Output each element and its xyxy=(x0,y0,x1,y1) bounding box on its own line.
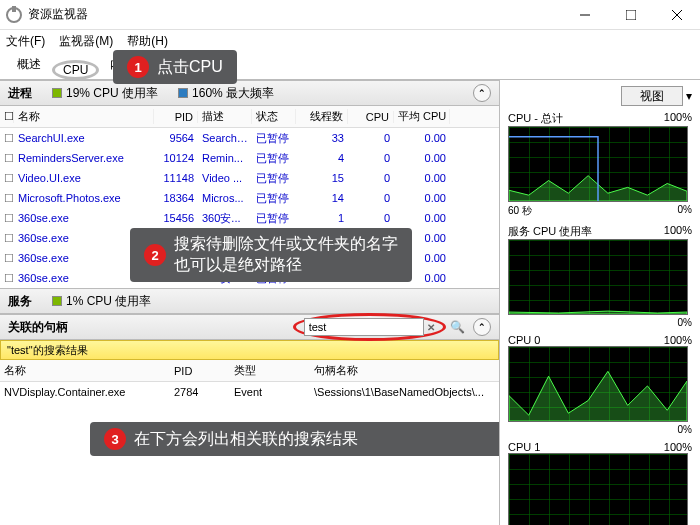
chart-title: CPU 1 xyxy=(508,441,540,453)
proc-threads: 1 xyxy=(296,212,348,224)
processes-header[interactable]: 进程 19% CPU 使用率 160% 最大频率 ⌃ xyxy=(0,80,499,106)
search-highlight: ✕ xyxy=(293,313,446,341)
col-status[interactable]: 状态 xyxy=(252,109,296,124)
svg-rect-1 xyxy=(626,10,636,20)
perf-chart xyxy=(508,239,688,315)
proc-threads: 4 xyxy=(296,152,348,164)
collapse-icon[interactable]: ⌃ xyxy=(473,84,491,102)
handle-row[interactable]: NVDisplay.Container.exe 2784 Event \Sess… xyxy=(0,382,499,402)
process-row[interactable]: ☐ SearchUI.exe 9564 Search ... 已暂停 33 0 … xyxy=(0,128,499,148)
proc-avg: 0.00 xyxy=(394,152,450,164)
proc-name: Video.UI.exe xyxy=(14,172,154,184)
menu-monitor[interactable]: 监视器(M) xyxy=(59,33,113,50)
badge-3: 3 xyxy=(104,428,126,450)
proc-status: 已暂停 xyxy=(252,171,296,186)
handles-search-input[interactable] xyxy=(304,318,424,336)
proc-pid: 18364 xyxy=(154,192,198,204)
proc-avg: 0.00 xyxy=(394,132,450,144)
max-freq-label: 160% 最大频率 xyxy=(192,85,274,102)
handles-title: 关联的句柄 xyxy=(8,319,68,336)
chart-pct: 100% xyxy=(664,224,692,239)
app-icon xyxy=(6,7,22,23)
hcol-hname[interactable]: 句柄名称 xyxy=(310,363,499,378)
handles-columns: 名称 PID 类型 句柄名称 xyxy=(0,360,499,382)
services-cpu-label: 1% CPU 使用率 xyxy=(66,293,151,310)
handles-header[interactable]: 关联的句柄 ✕ 🔍 ⌃ xyxy=(0,314,499,340)
minimize-button[interactable] xyxy=(562,0,608,29)
titlebar: 资源监视器 xyxy=(0,0,700,30)
close-button[interactable] xyxy=(654,0,700,29)
handle-hname: \Sessions\1\BaseNamedObjects\... xyxy=(310,386,499,398)
row-checkbox[interactable]: ☐ xyxy=(0,152,14,165)
row-checkbox[interactable]: ☐ xyxy=(0,192,14,205)
chart-pct: 100% xyxy=(664,111,692,126)
proc-status: 已暂停 xyxy=(252,151,296,166)
chart-pct: 100% xyxy=(664,334,692,346)
perf-chart xyxy=(508,346,688,422)
chart-sub-left: 60 秒 xyxy=(508,204,532,218)
chart-title: CPU 0 xyxy=(508,334,540,346)
annotation-callout-1: 1 点击CPU xyxy=(113,50,237,84)
callout-2-text1: 搜索待删除文件或文件夹的名字 xyxy=(174,234,398,255)
view-button[interactable]: 视图 xyxy=(621,86,683,106)
process-row[interactable]: ☐ 360se.exe 15456 360安... 已暂停 1 0 0.00 xyxy=(0,208,499,228)
annotation-callout-3: 3 在下方会列出相关联的搜索结果 xyxy=(90,422,500,456)
tab-cpu[interactable]: CPU xyxy=(52,60,99,80)
badge-1: 1 xyxy=(127,56,149,78)
chart-title: 服务 CPU 使用率 xyxy=(508,224,592,239)
perf-chart xyxy=(508,126,688,202)
tab-overview[interactable]: 概述 xyxy=(6,51,52,79)
view-dropdown-icon[interactable]: ▾ xyxy=(686,89,692,103)
col-name[interactable]: 名称 xyxy=(14,109,154,124)
process-row[interactable]: ☐ Video.UI.exe 11148 Video ... 已暂停 15 0 … xyxy=(0,168,499,188)
callout-1-text: 点击CPU xyxy=(157,57,223,78)
row-checkbox[interactable]: ☐ xyxy=(0,212,14,225)
proc-name: 360se.exe xyxy=(14,212,154,224)
search-results-label: "test"的搜索结果 xyxy=(0,340,499,360)
process-row[interactable]: ☐ Microsoft.Photos.exe 18364 Micros... 已… xyxy=(0,188,499,208)
handle-type: Event xyxy=(230,386,310,398)
proc-cpu: 0 xyxy=(348,172,394,184)
proc-name: SearchUI.exe xyxy=(14,132,154,144)
proc-name: RemindersServer.exe xyxy=(14,152,154,164)
search-icon[interactable]: 🔍 xyxy=(450,320,465,334)
menubar: 文件(F) 监视器(M) 帮助(H) xyxy=(0,30,700,52)
handle-name: NVDisplay.Container.exe xyxy=(0,386,170,398)
proc-cpu: 0 xyxy=(348,192,394,204)
col-avg[interactable]: 平均 CPU xyxy=(394,109,450,124)
collapse-handles-icon[interactable]: ⌃ xyxy=(473,318,491,336)
clear-search-icon[interactable]: ✕ xyxy=(427,322,435,333)
hcol-type[interactable]: 类型 xyxy=(230,363,310,378)
menu-file[interactable]: 文件(F) xyxy=(6,33,45,50)
chart-sub-right: 0% xyxy=(678,204,692,218)
proc-avg: 0.00 xyxy=(394,212,450,224)
maximize-button[interactable] xyxy=(608,0,654,29)
col-desc[interactable]: 描述 xyxy=(198,109,252,124)
proc-avg: 0.00 xyxy=(394,192,450,204)
proc-status: 已暂停 xyxy=(252,191,296,206)
row-checkbox[interactable]: ☐ xyxy=(0,232,14,245)
row-checkbox[interactable]: ☐ xyxy=(0,272,14,285)
col-pid[interactable]: PID xyxy=(154,111,198,123)
col-cpu[interactable]: CPU xyxy=(348,111,394,123)
hcol-pid[interactable]: PID xyxy=(170,365,230,377)
cpu-usage-icon xyxy=(52,88,62,98)
proc-avg: 0.00 xyxy=(394,172,450,184)
process-row[interactable]: ☐ RemindersServer.exe 10124 Remin... 已暂停… xyxy=(0,148,499,168)
processes-list: 2 搜索待删除文件或文件夹的名字 也可以是绝对路径 ☐ SearchUI.exe… xyxy=(0,128,499,288)
row-checkbox[interactable]: ☐ xyxy=(0,252,14,265)
col-threads[interactable]: 线程数 xyxy=(296,109,348,124)
max-freq-icon xyxy=(178,88,188,98)
col-checkbox[interactable]: ☐ xyxy=(0,110,14,123)
row-checkbox[interactable]: ☐ xyxy=(0,172,14,185)
hcol-name[interactable]: 名称 xyxy=(0,363,170,378)
services-header[interactable]: 服务 1% CPU 使用率 xyxy=(0,288,499,314)
row-checkbox[interactable]: ☐ xyxy=(0,132,14,145)
left-pane: 进程 19% CPU 使用率 160% 最大频率 ⌃ ☐ 名称 PID 描述 状… xyxy=(0,80,500,525)
services-title: 服务 xyxy=(8,293,32,310)
menu-help[interactable]: 帮助(H) xyxy=(127,33,168,50)
proc-threads: 14 xyxy=(296,192,348,204)
perf-chart xyxy=(508,453,688,525)
proc-cpu: 0 xyxy=(348,132,394,144)
chart-sub-right: 0% xyxy=(678,317,692,328)
